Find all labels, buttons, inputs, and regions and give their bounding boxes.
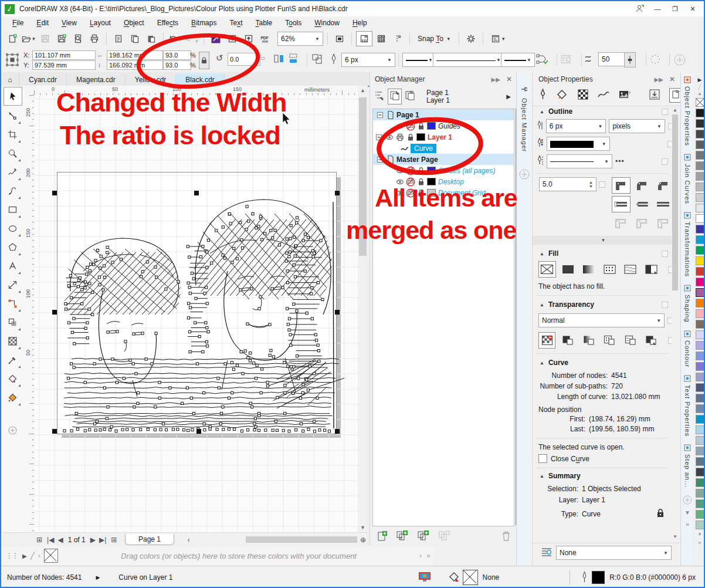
palette-swatch[interactable] xyxy=(696,415,704,424)
palette-swatch[interactable] xyxy=(696,246,704,255)
rectangle-tool[interactable] xyxy=(4,201,21,218)
palette-swatch[interactable] xyxy=(696,267,704,276)
palette-swatch[interactable] xyxy=(696,499,704,508)
undo-icon[interactable]: ▼ xyxy=(168,32,183,46)
round-cap-button[interactable] xyxy=(633,196,652,212)
transparency-tool[interactable] xyxy=(4,332,21,350)
palette-scroll-up-icon[interactable]: ▲ xyxy=(697,91,702,96)
palette-swatch[interactable] xyxy=(696,489,704,498)
tree-row-guides[interactable]: Guides xyxy=(373,120,514,131)
tree-row-master-page[interactable]: Master Page xyxy=(373,154,514,165)
close-curve-button[interactable] xyxy=(535,53,548,67)
curve-header[interactable]: Curve xyxy=(548,359,568,367)
document-tab-black-cdr[interactable]: Black.cdr xyxy=(176,74,224,86)
palette-swatch[interactable] xyxy=(696,521,704,529)
palette-swatch[interactable] xyxy=(696,98,704,107)
document-color-settings-icon[interactable] xyxy=(418,572,431,584)
new-master-layer-odd-button[interactable]: 1 xyxy=(417,530,430,544)
save-as-icon[interactable] xyxy=(54,32,69,46)
transparency-mode-dropdown[interactable]: Normal▼ xyxy=(538,313,665,327)
palette-more-icon[interactable]: » xyxy=(698,539,701,546)
drawing-canvas[interactable] xyxy=(34,95,358,532)
close-curve-label[interactable]: Close Curve xyxy=(551,455,589,463)
fullscreen-preview-icon[interactable] xyxy=(332,32,347,46)
scroll-left-icon[interactable]: ‹ xyxy=(187,536,189,544)
tab-fill-icon[interactable] xyxy=(557,89,568,102)
outline-width-dropdown[interactable]: 6 px▼ xyxy=(546,119,606,133)
polygon-tool[interactable] xyxy=(4,238,21,256)
palette-next-icon[interactable]: › xyxy=(419,552,422,560)
app-launcher-icon[interactable] xyxy=(208,32,223,46)
redo-icon[interactable]: ▼ xyxy=(184,32,199,46)
bevel-corner-button[interactable] xyxy=(654,177,673,194)
layer-manager-view-button[interactable] xyxy=(404,90,416,103)
palette-swatch[interactable] xyxy=(696,183,704,191)
freehand-tool[interactable] xyxy=(4,163,21,181)
miter-corner-button[interactable] xyxy=(612,177,631,194)
crop-tool[interactable] xyxy=(4,126,21,143)
postscript-fill-button[interactable] xyxy=(643,261,660,278)
end-arrowhead-select[interactable]: ▼ xyxy=(501,53,535,67)
new-document-icon[interactable] xyxy=(5,32,20,46)
grid-toggle-icon[interactable] xyxy=(374,32,389,46)
palette-handle[interactable]: ⋮⋮ xyxy=(6,552,18,560)
no-color-swatch[interactable] xyxy=(44,549,58,563)
add-page-after-icon[interactable]: ⊞ xyxy=(111,536,117,544)
last-page-icon[interactable]: ▶| xyxy=(99,536,106,544)
angle-field[interactable]: 0.0 xyxy=(228,53,260,66)
interactive-fill-tool[interactable] xyxy=(4,388,21,406)
mirror-horizontal-button[interactable] xyxy=(273,53,285,66)
add-page-before-icon[interactable]: ⊞ xyxy=(36,536,42,544)
menu-table[interactable]: Table xyxy=(249,18,279,28)
palette-swatch[interactable] xyxy=(696,510,704,519)
op-scroll-thumb[interactable] xyxy=(672,114,678,290)
menu-view[interactable]: View xyxy=(55,18,83,28)
menu-effects[interactable]: Effects xyxy=(151,18,185,28)
side-tab-shaping[interactable]: Shaping xyxy=(683,281,692,326)
tab-curve-icon[interactable] xyxy=(598,90,609,101)
fountain-transparency-button[interactable] xyxy=(580,332,597,349)
palette-swatch[interactable] xyxy=(696,235,704,244)
duplicate-icon[interactable] xyxy=(111,32,126,46)
horizontal-ruler[interactable]: 050100150millimeters xyxy=(34,86,358,96)
document-tab-magenta-cdr[interactable]: Magenta.cdr xyxy=(67,74,126,86)
scroll-down-icon[interactable]: ▼ xyxy=(358,523,368,532)
menu-window[interactable]: Window xyxy=(308,18,346,28)
scroll-tabs-down-icon[interactable]: ▼ xyxy=(684,509,690,516)
close-curve-checkbox[interactable] xyxy=(538,454,547,463)
scroll-up-icon[interactable]: ▲ xyxy=(358,86,368,95)
export-icon[interactable] xyxy=(241,32,256,46)
import-style-icon[interactable] xyxy=(649,89,660,102)
document-tab-cyan-cdr[interactable]: Cyan.cdr xyxy=(19,74,67,86)
palette-swatch[interactable] xyxy=(696,352,704,360)
op-scrollbar[interactable]: ▲ ▼ xyxy=(672,106,679,540)
side-tab-text-properties[interactable]: Text Properties xyxy=(683,371,692,440)
options-gear-icon[interactable] xyxy=(463,32,479,46)
palette-swatch[interactable] xyxy=(696,362,704,371)
palette-flyout-icon[interactable]: ▶ xyxy=(22,553,27,559)
palette-more-icon[interactable]: » xyxy=(426,552,431,560)
zoom-level-select[interactable]: 62%▼ xyxy=(277,32,323,46)
outline-header[interactable]: Outline xyxy=(548,107,572,116)
print-preview-icon[interactable] xyxy=(70,32,86,46)
artistic-media-tool[interactable] xyxy=(4,182,21,200)
tree-row-curve[interactable]: Curve xyxy=(373,143,514,154)
section-collapse-bar[interactable]: ▼ xyxy=(533,236,674,245)
menu-file[interactable]: File xyxy=(6,18,30,28)
palette-swatch[interactable] xyxy=(696,140,704,149)
new-layer-button[interactable] xyxy=(376,530,388,544)
next-page-icon[interactable]: ▶ xyxy=(90,536,96,544)
tab-outline-icon[interactable] xyxy=(538,89,547,102)
op-expand-icon[interactable]: ▶▶ xyxy=(655,76,663,83)
tree-row-page-1[interactable]: Page 1 xyxy=(373,109,514,120)
palette-swatch[interactable] xyxy=(696,193,704,202)
fountain-fill-button[interactable] xyxy=(580,261,598,278)
palette-swatch[interactable] xyxy=(696,309,704,318)
menu-help[interactable]: Help xyxy=(346,18,374,28)
palette-swatch[interactable] xyxy=(696,478,704,487)
outline-color-dropdown[interactable]: ▼ xyxy=(547,137,610,151)
to-curve-button[interactable] xyxy=(311,53,324,67)
palette-swatch[interactable] xyxy=(696,330,704,339)
texture-transparency-button[interactable] xyxy=(622,332,639,349)
docker-close-icon[interactable]: ✕ xyxy=(506,75,512,83)
